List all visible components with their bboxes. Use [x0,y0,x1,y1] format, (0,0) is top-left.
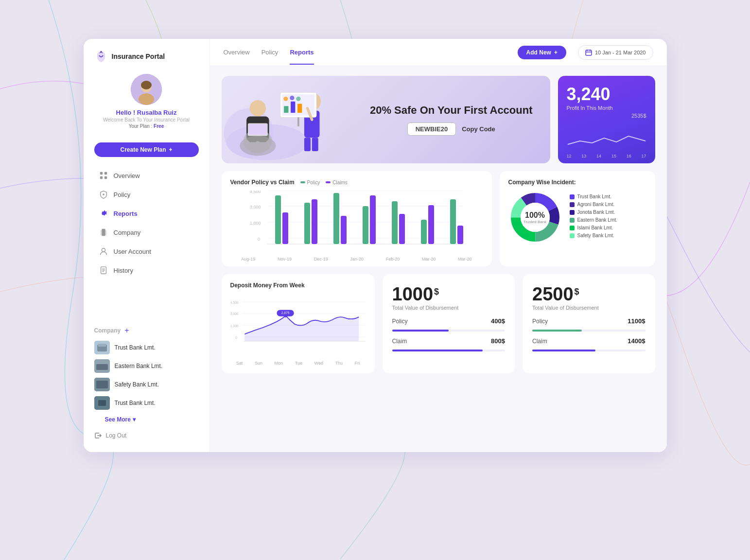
sidebar-item-company[interactable]: Company [88,223,205,242]
chevron-down-icon: ▾ [133,416,136,423]
svg-rect-44 [248,124,266,135]
donut-chart-card: Company Wise Incident: [500,171,655,266]
tab-overview[interactable]: Overview [224,40,250,65]
donut-legend-dot [570,202,575,207]
sidebar-item-history[interactable]: History [88,261,205,280]
svg-rect-24 [98,344,106,347]
gear-icon [99,209,108,218]
svg-rect-57 [297,117,299,126]
see-more-button[interactable]: See More ▾ [94,414,146,425]
stat-bar-fill [532,350,595,351]
tab-reports[interactable]: Reports [290,40,314,65]
stat-row: Claim 1400$ [532,337,645,345]
stat-value: 800$ [491,337,505,345]
svg-point-37 [249,100,265,116]
company-thumb [94,359,110,373]
stat-label: Policy [392,318,408,325]
company-item[interactable]: Safety Bank Lmt. [94,375,199,394]
stat-bar-track [532,350,645,351]
donut-legend-item: Islami Bank Lmt. [570,225,617,230]
promo-title: 20% Safe On Your First Account [370,104,533,117]
svg-rect-26 [96,364,108,370]
donut-legend-dot [570,194,575,199]
deposit-chart-area: 4,500 3,000 1,000 0 2,87 [230,294,366,366]
stat-value: 400$ [491,317,505,325]
promo-code-row: NEWBIE20 Copy Code [370,122,533,136]
donut-legend-dot [570,218,575,223]
stat-desc-2: Total Value of Disbursement [532,305,645,311]
promo-text: 20% Safe On Your First Account NEWBIE20 … [370,104,533,136]
sidebar-item-reports-label: Reports [114,210,138,217]
add-new-button[interactable]: Add New + [518,46,566,59]
sidebar-item-overview-label: Overview [114,172,140,179]
svg-rect-7 [100,172,102,175]
stat-bar-track [392,350,506,351]
deposit-chart-card: Deposit Money From Week 4,500 3, [222,274,375,373]
stat-desc-1: Total Value of Disbursement [392,305,506,311]
sidebar-item-policy[interactable]: Policy [88,185,205,204]
svg-rect-73 [341,216,347,244]
stat-value: 1400$ [628,337,645,345]
stat-row: Policy 400$ [392,317,506,325]
doc-icon [99,266,108,275]
legend-policy: Policy [300,180,320,185]
avatar [131,74,162,105]
legend-policy-dot [300,181,305,183]
stat-label: Policy [532,318,548,325]
tab-policy[interactable]: Policy [262,40,279,65]
svg-rect-72 [333,193,339,244]
svg-text:1,000: 1,000 [230,324,239,328]
stat-bar-track [532,330,645,332]
svg-rect-79 [428,205,434,244]
create-plan-button[interactable]: Create New Plan + [94,142,199,157]
svg-rect-16 [103,234,105,236]
calendar-icon [585,49,592,56]
date-range-button[interactable]: 10 Jan - 21 Mar 2020 [578,45,653,60]
svg-rect-28 [96,381,108,388]
profit-amount: 3,240 [567,86,646,103]
stat-bar-fill [392,330,449,332]
logout-button[interactable]: Log Out [84,427,209,444]
company-thumb [94,396,110,410]
donut-title: Company Wise Incident: [508,179,646,186]
donut-area: 100% Trusted Bank Trust Bank Lmt. [508,191,646,244]
stat-row: Policy 1100$ [532,317,645,325]
svg-rect-71 [312,199,317,244]
svg-rect-15 [104,231,105,232]
user-icon [99,247,108,256]
donut-legend-dot [570,233,575,238]
user-profile: Hello ! Rusalba Ruiz Welcome Back To You… [84,68,209,138]
brand-name: Insurance Portal [112,52,165,60]
promo-illustration [222,76,348,163]
sidebar-item-user-account[interactable]: User Account [88,242,205,261]
legend-claim: Claims [326,180,348,185]
brand-icon [94,50,108,63]
top-row: 20% Safe On Your First Account NEWBIE20 … [222,76,655,163]
svg-text:3,000: 3,000 [250,205,261,210]
company-item[interactable]: Eastern Bank Lmt. [94,357,199,375]
svg-rect-47 [304,138,310,151]
company-item[interactable]: Trust Bank Lmt. [94,338,199,357]
deposit-chart-x-labels: Sat Sun Mon Tue Wed Thu Fri [230,361,366,366]
svg-text:2,875: 2,875 [281,311,289,315]
company-item[interactable]: Trust Bank Lmt. [94,394,199,412]
svg-rect-30 [98,400,106,406]
stat-amount-1: 1000 $ [392,284,506,305]
svg-rect-76 [392,201,398,244]
sidebar-item-overview[interactable]: Overview [88,166,205,185]
add-company-button[interactable]: + [124,327,129,334]
company-name: Safety Bank Lmt. [115,381,159,388]
avatar-illustration [131,74,162,105]
stat-value: 1100$ [628,317,645,325]
copy-code-button[interactable]: Copy Code [462,125,495,133]
vendor-chart-title: Vendor Policy vs Claim Policy Claims [230,179,483,186]
sidebar-item-reports[interactable]: Reports [88,204,205,223]
top-nav: Overview Policy Reports Add New + 10 Jan… [210,39,667,66]
svg-rect-8 [104,172,106,175]
svg-rect-78 [421,220,427,244]
profit-x-labels: 12 13 14 15 16 17 [567,154,646,158]
dashboard-body: 20% Safe On Your First Account NEWBIE20 … [210,66,667,452]
svg-point-5 [139,93,154,105]
promo-code: NEWBIE20 [407,122,456,136]
stat-label: Claim [392,338,407,345]
